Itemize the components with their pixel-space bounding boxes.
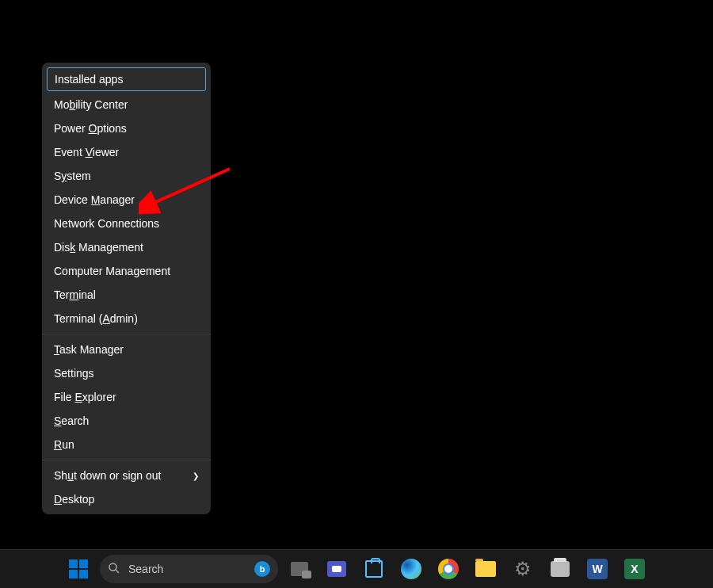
- chat-button[interactable]: [321, 553, 353, 585]
- chevron-right-icon: ❯: [193, 472, 199, 480]
- bing-icon: b: [254, 561, 270, 577]
- task-view-button[interactable]: [284, 553, 315, 585]
- menu-item-label: Desktop: [54, 493, 94, 506]
- menu-item-mobility-center[interactable]: Mobility Center: [42, 93, 211, 116]
- printer-icon: [551, 561, 570, 577]
- menu-item-computer-management[interactable]: Computer Management: [42, 259, 211, 283]
- menu-separator: [42, 334, 211, 334]
- windows-logo-icon: [69, 559, 88, 578]
- settings-button[interactable]: ⚙: [507, 553, 539, 585]
- edge-button[interactable]: [395, 553, 427, 585]
- menu-item-terminal[interactable]: Terminal: [42, 283, 211, 307]
- menu-item-label: System: [54, 170, 91, 182]
- edge-icon: [401, 559, 421, 579]
- menu-item-power-options[interactable]: Power Options: [42, 116, 211, 140]
- menu-item-task-manager[interactable]: Task Manager: [42, 338, 211, 361]
- menu-item-label: Device Manager: [54, 193, 135, 206]
- menu-item-label: Task Manager: [54, 343, 124, 356]
- store-icon: [365, 560, 383, 578]
- task-view-icon: [291, 562, 308, 576]
- store-button[interactable]: [358, 553, 390, 585]
- start-button[interactable]: [63, 553, 94, 585]
- menu-item-label: Shut down or sign out: [54, 469, 161, 482]
- menu-item-label: Terminal (Admin): [54, 312, 138, 325]
- menu-separator: [42, 460, 211, 460]
- menu-item-file-explorer[interactable]: File Explorer: [42, 385, 211, 409]
- excel-icon: X: [624, 559, 645, 579]
- svg-line-3: [116, 570, 119, 573]
- menu-item-label: Power Options: [54, 122, 127, 135]
- printer-button[interactable]: [544, 553, 576, 585]
- menu-item-installed-apps[interactable]: Installed apps: [47, 67, 206, 91]
- menu-item-label: Installed apps: [55, 73, 123, 86]
- menu-item-label: Settings: [54, 367, 94, 380]
- menu-item-run[interactable]: Run: [42, 433, 211, 456]
- menu-item-network-connections[interactable]: Network Connections: [42, 212, 211, 235]
- menu-item-label: Computer Management: [54, 265, 170, 277]
- chrome-button[interactable]: [433, 553, 464, 585]
- menu-item-label: Mobility Center: [54, 98, 128, 111]
- menu-item-system[interactable]: System: [42, 164, 211, 188]
- menu-item-disk-management[interactable]: Disk Management: [42, 235, 211, 259]
- menu-item-label: Run: [54, 438, 74, 451]
- menu-item-settings[interactable]: Settings: [42, 361, 211, 385]
- menu-item-shut-down-or-sign-out[interactable]: Shut down or sign out❯: [42, 464, 211, 487]
- chrome-icon: [438, 559, 459, 579]
- menu-item-label: Search: [54, 414, 89, 427]
- word-icon: W: [587, 559, 608, 579]
- word-button[interactable]: W: [581, 553, 613, 585]
- taskbar: Search b ⚙ W X: [0, 550, 713, 588]
- menu-item-label: Event Viewer: [54, 146, 119, 158]
- menu-item-label: Disk Management: [54, 241, 143, 254]
- menu-item-label: Terminal: [54, 288, 96, 301]
- excel-button[interactable]: X: [619, 553, 650, 585]
- menu-item-terminal-admin-[interactable]: Terminal (Admin): [42, 307, 211, 330]
- file-explorer-button[interactable]: [470, 553, 501, 585]
- menu-item-event-viewer[interactable]: Event Viewer: [42, 140, 211, 164]
- menu-item-label: Network Connections: [54, 217, 159, 230]
- gear-icon: ⚙: [513, 559, 533, 579]
- chat-icon: [327, 561, 346, 577]
- folder-icon: [475, 561, 496, 577]
- search-placeholder: Search: [128, 563, 246, 575]
- menu-item-device-manager[interactable]: Device Manager: [42, 188, 211, 212]
- svg-point-2: [109, 563, 116, 571]
- taskbar-search[interactable]: Search b: [100, 555, 278, 583]
- search-icon: [108, 562, 120, 577]
- menu-item-label: File Explorer: [54, 391, 116, 403]
- menu-item-desktop[interactable]: Desktop: [42, 487, 211, 511]
- menu-item-search[interactable]: Search: [42, 409, 211, 433]
- winx-context-menu: Installed appsMobility CenterPower Optio…: [42, 63, 211, 514]
